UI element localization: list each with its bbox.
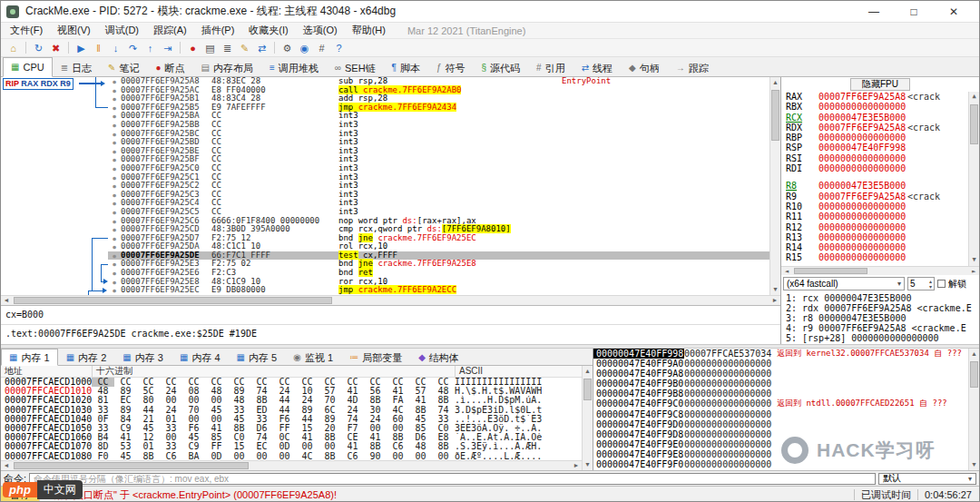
register-row[interactable]: RSP00000047E40FF998 [781,143,968,153]
breakpoint-dot[interactable]: ● [108,112,121,121]
breakpoint-dot[interactable]: ● [108,164,121,173]
register-row[interactable]: R150000000000000000 [781,252,968,262]
register-row[interactable]: R110000000000000000 [781,212,968,221]
stack-row[interactable]: 00000047E40FF9C00000000000000000返回到 ntdl… [593,399,968,408]
scroll-down-button[interactable]: ▼ [969,255,979,266]
menu-item[interactable]: 插件(P) [194,23,242,38]
register-row[interactable]: R140000000000000000 [781,242,968,252]
breakpoint-dot[interactable]: ● [108,138,121,147]
breakpoint-dot[interactable]: ● [108,225,121,234]
stack-row[interactable]: 00000047E40FF9D00000000000000000 [593,419,968,429]
register-row[interactable]: R900007FF6EF9A25A8<crack [781,192,968,202]
scroll-right-button[interactable]: ► [571,461,582,470]
run-to-user-code-button[interactable]: ⇥ [159,40,176,55]
dump-row[interactable]: 00007FFCAECD10708D530133C9FF15EC0D000041… [1,442,582,451]
scroll-down-button[interactable]: ▼ [770,284,780,295]
scroll-track[interactable] [969,359,979,459]
breakpoint-dot[interactable]: ● [108,173,121,182]
scroll-track[interactable] [969,103,979,255]
disasm-row[interactable]: ●00007FF6EF9A25C2CCint3 [108,182,769,191]
breakpoint-dot[interactable]: ● [108,103,121,113]
scroll-left-button[interactable]: ◄ [1,461,12,470]
run-button[interactable]: ▶ [73,40,90,55]
registers-vertical-scrollbar[interactable]: ▲ ▼ [968,92,979,266]
scroll-up-button[interactable]: ▲ [969,349,979,359]
tab-locals[interactable]: ≔局部变量 [341,349,410,365]
register-row[interactable]: R120000000000000000 [781,222,968,232]
disasm-row[interactable]: ●00007FF6EF9A25BFCCint3 [108,155,769,164]
calculator-button[interactable]: # [313,40,330,55]
scroll-down-button[interactable]: ▼ [583,459,593,470]
disasm-row[interactable]: ●00007FF6EF9A25C0CCint3 [108,164,769,173]
tab-memory-map[interactable]: ▤内存布局 [193,58,261,76]
menu-item[interactable]: 文件(F) [3,23,50,38]
dump-horizontal-scrollbar[interactable]: ◄ ► [1,460,582,470]
disasm-row[interactable]: ●00007FF6EF9A25BDCCint3 [108,138,769,147]
register-row[interactable]: RDX00007FF6EF9A25A8<crack [781,123,968,133]
disassembly-vertical-scrollbar[interactable]: ▲ ▼ [769,77,780,295]
stack-row[interactable]: 00000047E40FF9B80000000000000000 [593,389,968,399]
disasm-row[interactable]: ●00007FF6EF9A25BECCint3 [108,147,769,156]
stack-row[interactable]: 00000047E40FF9A80000000000000000 [593,369,968,379]
scroll-thumb[interactable] [583,379,592,400]
scroll-up-button[interactable]: ▲ [583,366,593,377]
threads-button[interactable]: ⇄ [253,40,270,55]
tab-seh-chain[interactable]: ∞SEH链 [327,58,384,76]
breakpoint-dot[interactable]: ● [108,77,121,86]
scroll-thumb[interactable] [794,268,867,274]
tab-struct[interactable]: ◆结构体 [410,349,467,365]
tab-breakpoints[interactable]: ●断点 [147,58,192,76]
breakpoint-dot[interactable]: ● [108,286,121,295]
disasm-row[interactable]: ●00007FF6EF9A25C3CCint3 [108,191,769,200]
memory-map-button[interactable]: ▤ [201,40,219,55]
disasm-row[interactable]: ●00007FF6EF9A25BACCint3 [108,112,769,121]
scroll-right-button[interactable]: ► [769,296,780,305]
help-button[interactable]: ? [330,40,348,55]
breakpoint-dot[interactable]: ● [108,155,121,164]
tab-cpu[interactable]: ▦CPU [3,57,53,77]
minimize-button[interactable]: — [854,2,894,22]
tab-dump-3[interactable]: ▦内存 3 [114,349,172,365]
tab-script[interactable]: ¶脚本 [384,58,428,76]
tab-symbols[interactable]: ƒ符号 [428,58,474,76]
tab-dump-2[interactable]: ▦内存 2 [58,349,115,365]
stop-button[interactable]: ✖ [47,40,64,55]
register-row[interactable]: RCX00000047E3E5B000 [781,113,968,123]
breakpoint-dot[interactable]: ● [108,242,121,251]
scroll-thumb[interactable] [14,297,332,304]
pause-button[interactable]: ‖ [90,40,107,55]
registers-horizontal-scrollbar[interactable]: ◄ ► [781,266,979,275]
scroll-track[interactable] [792,267,968,275]
disassembly-horizontal-scrollbar[interactable]: ◄ ► [1,295,780,305]
register-row[interactable]: R800000047E3E5B000 [781,181,968,191]
scroll-thumb[interactable] [970,361,978,388]
breakpoint-dot[interactable]: ● [108,182,121,191]
scroll-thumb[interactable] [14,462,249,469]
disasm-row[interactable]: ●00007FF6EF9A25ECE9 DB080000jmp crackme.… [108,286,769,295]
menu-item[interactable]: 收藏夹(I) [241,23,295,38]
scroll-thumb[interactable] [771,90,779,141]
breakpoint-dot[interactable]: ● [108,234,121,243]
disasm-row[interactable]: ●00007FF6EF9A25C1CCint3 [108,173,769,182]
tab-source[interactable]: §源代码 [474,58,529,76]
menu-item[interactable]: 跟踪(A) [146,23,194,38]
breakpoint-dot[interactable]: ● [108,217,121,226]
menu-item[interactable]: 帮助(H) [345,23,393,38]
disasm-row[interactable]: ●00007FF6EF9A25E3F2:75 02bnd jne crackme… [108,260,769,269]
settings-button[interactable]: ⚙ [279,40,296,55]
maximize-button[interactable]: □ [894,2,934,22]
register-row[interactable]: RSI0000000000000000 [781,153,968,163]
command-input[interactable] [29,473,876,485]
tab-dump-1[interactable]: ▦内存 1 [1,349,58,366]
breakpoint-dot[interactable]: ● [108,199,121,208]
scroll-down-button[interactable]: ▼ [969,459,979,470]
register-row[interactable]: RAX00007FF6EF9A25A8<crack [781,92,968,102]
calling-convention-select[interactable]: (x64 fastcall)▾ [783,277,905,290]
tab-threads[interactable]: ⇄线程 [573,58,621,76]
disasm-row[interactable]: ●00007FF6EF9A25BBCCint3 [108,121,769,130]
breakpoint-dot[interactable]: ● [108,260,121,269]
notes-button[interactable]: ✎ [236,40,253,55]
breakpoint-dot[interactable]: ● [108,147,121,156]
step-over-button[interactable]: ↷ [124,40,142,55]
disasm-row[interactable]: ●00007FF6EF9A25DA48:C1C1 10rol rcx,10 [108,242,769,251]
